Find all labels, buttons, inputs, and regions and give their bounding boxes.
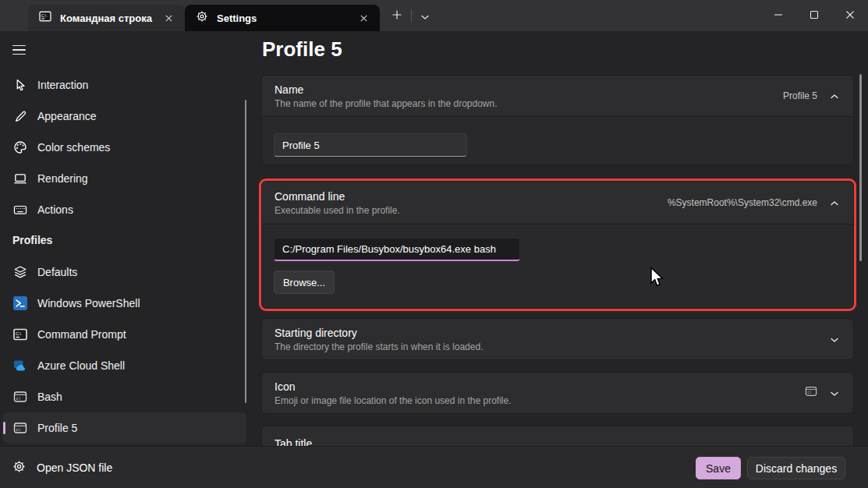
section-title: Icon xyxy=(275,380,512,393)
terminal-window-icon: c:\ xyxy=(12,389,28,405)
sidebar-item-color-schemes[interactable]: Color schemes xyxy=(3,132,246,163)
gear-icon xyxy=(12,460,26,476)
save-button[interactable]: Save xyxy=(696,457,741,479)
monitor-icon xyxy=(12,171,28,186)
sidebar-item-label: Color schemes xyxy=(37,141,110,154)
sidebar-item-appearance[interactable]: Appearance xyxy=(3,101,246,132)
sidebar-item-label: Interaction xyxy=(37,79,88,91)
palette-icon xyxy=(12,140,28,155)
section-description: The directory the profile starts in when… xyxy=(275,341,483,352)
menu-toggle-button[interactable] xyxy=(9,39,33,61)
cmd-terminal-icon: C:\ xyxy=(12,327,28,342)
tab-label: Settings xyxy=(217,12,355,24)
sidebar-item-windows-powershell[interactable]: Windows PowerShell xyxy=(3,288,246,319)
tab-settings[interactable]: Settings xyxy=(185,5,380,31)
section-title: Name xyxy=(275,83,498,96)
tab-command-prompt[interactable]: C:\ Командная строка xyxy=(28,5,185,31)
page-title: Profile 5 xyxy=(262,37,342,62)
section-title: Command line xyxy=(275,190,400,203)
section-title: Starting directory xyxy=(275,327,483,339)
svg-text:C:\: C:\ xyxy=(41,14,47,18)
titlebar: C:\ Командная строка Settings xyxy=(0,0,868,31)
sidebar-item-actions[interactable]: Actions xyxy=(3,194,246,225)
close-tab-icon[interactable] xyxy=(355,9,372,27)
sidebar-item-label: Rendering xyxy=(37,172,88,185)
section-description: Emoji or image file location of the icon… xyxy=(275,395,512,406)
close-tab-icon[interactable] xyxy=(160,9,177,27)
sidebar-item-label: Command Prompt xyxy=(37,328,126,341)
minimize-button[interactable] xyxy=(760,0,796,31)
name-expander-header[interactable]: Name The name of the profile that appear… xyxy=(262,76,853,116)
content-scrollbar[interactable] xyxy=(859,74,862,261)
titlebar-divider xyxy=(411,9,412,22)
tab-label: Командная строка xyxy=(60,12,160,24)
minimize-icon xyxy=(774,9,783,23)
sidebar-item-profile-5[interactable]: c:\ Profile 5 xyxy=(3,412,246,444)
chevron-up-icon xyxy=(830,89,839,103)
section-description: Executable used in the profile. xyxy=(275,205,400,216)
cursor-icon xyxy=(12,77,28,93)
powershell-icon xyxy=(12,295,28,311)
chevron-down-icon xyxy=(420,9,430,23)
sidebar-item-label: Actions xyxy=(37,203,73,216)
keyboard-icon xyxy=(12,202,28,217)
chevron-down-icon xyxy=(830,332,839,346)
svg-text:c:\: c:\ xyxy=(807,391,811,394)
footer-bar: Open JSON file Save Discard changes xyxy=(0,446,868,488)
icon-expander-header[interactable]: Icon Emoji or image file location of the… xyxy=(262,373,853,413)
open-json-label: Open JSON file xyxy=(37,461,112,474)
sidebar-item-bash[interactable]: c:\ Bash xyxy=(3,381,246,412)
discard-changes-button[interactable]: Discard changes xyxy=(747,457,845,479)
starting-directory-expander-header[interactable]: Starting directory The directory the pro… xyxy=(262,319,853,359)
sidebar-item-rendering[interactable]: Rendering xyxy=(3,163,246,194)
name-section-card: Name The name of the profile that appear… xyxy=(261,75,854,165)
sidebar-item-label: Defaults xyxy=(37,266,77,278)
profiles-section-header: Profiles xyxy=(12,234,52,246)
maximize-icon xyxy=(810,9,819,23)
starting-directory-section-card: Starting directory The directory the pro… xyxy=(261,318,854,360)
sidebar-item-command-prompt[interactable]: C:\ Command Prompt xyxy=(3,319,246,350)
terminal-window-icon: c:\ xyxy=(12,420,28,436)
section-current-value: %SystemRoot%\System32\cmd.exe xyxy=(668,197,817,208)
sidebar-item-label: Profile 5 xyxy=(37,422,77,434)
open-json-file-button[interactable]: Open JSON file xyxy=(12,455,120,480)
cmd-terminal-icon: C:\ xyxy=(39,11,51,25)
azure-cloud-icon xyxy=(12,358,28,373)
close-window-button[interactable] xyxy=(832,0,868,31)
selection-indicator xyxy=(3,422,5,434)
plus-icon xyxy=(391,9,402,23)
maximize-button[interactable] xyxy=(796,0,832,31)
sidebar-item-label: Bash xyxy=(37,391,62,403)
profile-icon-preview: c:\ xyxy=(805,385,817,401)
close-icon xyxy=(845,9,855,23)
sidebar-scrollbar[interactable] xyxy=(245,100,246,403)
icon-section-card: Icon Emoji or image file location of the… xyxy=(261,372,854,414)
sidebar-item-azure-cloud-shell[interactable]: Azure Cloud Shell xyxy=(3,350,246,381)
sidebar-item-label: Appearance xyxy=(37,110,97,122)
command-line-expander-header[interactable]: Command line Executable used in the prof… xyxy=(262,182,853,224)
gear-icon xyxy=(196,10,208,26)
name-input[interactable] xyxy=(274,133,467,157)
tab-dropdown-button[interactable] xyxy=(415,6,435,27)
svg-text:c:\: c:\ xyxy=(16,396,21,401)
command-line-section-card: Command line Executable used in the prof… xyxy=(261,181,854,309)
sidebar-item-defaults[interactable]: Defaults xyxy=(3,256,246,288)
chevron-up-icon xyxy=(830,196,839,210)
sidebar-item-label: Azure Cloud Shell xyxy=(37,359,125,372)
section-current-value: Profile 5 xyxy=(783,90,817,101)
layers-icon xyxy=(12,264,28,280)
browse-button[interactable]: Browse... xyxy=(274,271,335,294)
hamburger-icon xyxy=(12,45,26,47)
sidebar-item-label: Windows PowerShell xyxy=(37,297,140,309)
command-line-input[interactable] xyxy=(274,238,520,261)
new-tab-button[interactable] xyxy=(387,6,407,27)
chevron-down-icon xyxy=(830,386,839,400)
sidebar-item-interaction[interactable]: Interaction xyxy=(3,69,246,101)
svg-text:C:\: C:\ xyxy=(16,331,22,336)
section-description: The name of the profile that appears in … xyxy=(275,98,498,109)
svg-text:c:\: c:\ xyxy=(16,427,21,432)
pen-icon xyxy=(12,108,28,124)
